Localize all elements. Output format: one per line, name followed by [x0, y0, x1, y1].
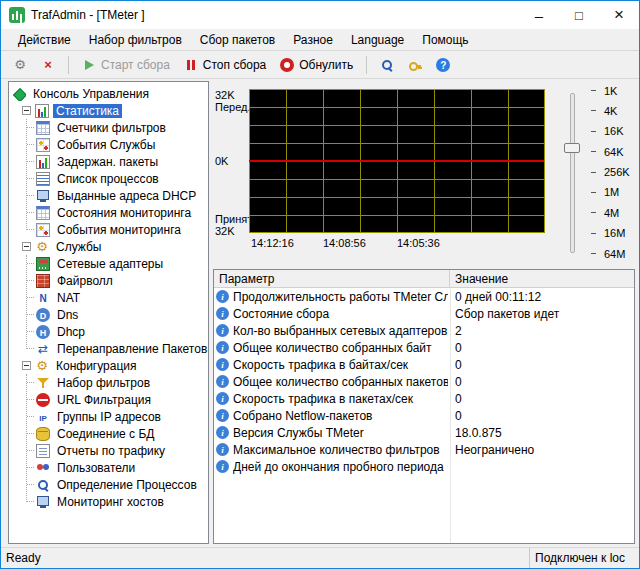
slider-thumb[interactable]: [564, 143, 580, 153]
tree-item-process-detection[interactable]: Определение Процессов: [9, 476, 208, 493]
tree-item-services[interactable]: Службы: [9, 238, 208, 255]
tree-item-dhcp[interactable]: Dhcp: [9, 323, 208, 340]
delete-button[interactable]: [35, 54, 61, 76]
collapse-icon[interactable]: [22, 361, 31, 370]
help-icon: [436, 58, 450, 72]
tree-item-packet-redirect[interactable]: Перенаправление Пакетов: [9, 340, 208, 357]
menu-capture[interactable]: Сбор пакетов: [191, 30, 284, 50]
value-cell: 0 дней 00:11:12: [448, 290, 634, 304]
tree-item-network-adapters[interactable]: Сетевые адаптеры: [9, 255, 208, 272]
tree-label: Мониторинг хостов: [54, 495, 167, 509]
configuration-children: Набор фильтров URL Фильтрация Группы IP …: [9, 374, 208, 510]
tree-item-users[interactable]: Пользователи: [9, 459, 208, 476]
table-row[interactable]: Дней до окончания пробного периода: [214, 458, 634, 475]
info-icon: [216, 358, 229, 371]
value-cell: 0: [448, 409, 634, 423]
table-row[interactable]: Максимальное количество фильтровНеограни…: [214, 441, 634, 458]
table-row[interactable]: Общее количество собранных байт0: [214, 339, 634, 356]
tree-label: Сетевые адаптеры: [54, 257, 166, 271]
statistics-icon: [35, 104, 49, 118]
info-icon: [216, 426, 229, 439]
tree-item-statistics[interactable]: Статистика: [9, 102, 208, 119]
tree-item-service-events[interactable]: События Службы: [9, 136, 208, 153]
table-row[interactable]: Собрано Netflow-пакетов0: [214, 407, 634, 424]
menu-filter-set[interactable]: Набор фильтров: [80, 30, 191, 50]
table-row[interactable]: Продолжительность работы TMeter Службы0 …: [214, 288, 634, 305]
column-header-param[interactable]: Параметр: [214, 270, 450, 288]
y-axis-top: 32K Перед.: [215, 89, 251, 113]
scale-label: 1M: [604, 186, 619, 198]
close-button[interactable]: [599, 1, 639, 29]
column-header-value[interactable]: Значение: [450, 270, 634, 288]
tree-item-process-list[interactable]: Список процессов: [9, 170, 208, 187]
table-row[interactable]: Версия Службы TMeter18.0.875: [214, 424, 634, 441]
menu-help[interactable]: Помощь: [413, 30, 477, 50]
find-button[interactable]: [374, 54, 400, 76]
tree-item-monitoring-events[interactable]: События мониторинга: [9, 221, 208, 238]
key-icon: [408, 58, 422, 72]
main-area: Консоль Управления Статистика Счетчики ф…: [1, 79, 639, 547]
scale-tick: 16K: [591, 125, 635, 138]
console-tree: Консоль Управления Статистика Счетчики ф…: [8, 81, 209, 544]
reset-counters-button[interactable]: Обнулить: [274, 54, 359, 76]
tree-item-db-connection[interactable]: Соединение с БД: [9, 425, 208, 442]
slider-track[interactable]: [570, 93, 575, 253]
tree-item-monitoring-state[interactable]: Состояния мониторинга: [9, 204, 208, 221]
tree-item-dhcp-leases[interactable]: Выданные адреса DHCP: [9, 187, 208, 204]
help-button[interactable]: [430, 54, 456, 76]
tree-item-url-filter[interactable]: URL Фильтрация: [9, 391, 208, 408]
value-cell: 0: [448, 341, 634, 355]
tree-item-ip-groups[interactable]: Группы IP адресов: [9, 408, 208, 425]
info-icon: [216, 443, 229, 456]
collapse-icon[interactable]: [22, 242, 31, 251]
param-cell: Скорость трафика в байтах/сек: [233, 358, 448, 372]
maximize-button[interactable]: [559, 1, 599, 29]
tree-item-host-monitoring[interactable]: Мониторинг хостов: [9, 493, 208, 510]
menu-action[interactable]: Действие: [9, 30, 80, 50]
magnifier-icon: [380, 58, 394, 72]
tree-item-delayed-packets[interactable]: Задержан. пакеты: [9, 153, 208, 170]
pause-icon: [184, 58, 198, 72]
tree-item-filter-set[interactable]: Набор фильтров: [9, 374, 208, 391]
tree-item-traffic-reports[interactable]: Отчеты по трафику: [9, 442, 208, 459]
table-row[interactable]: Состояние сбораСбор пакетов идет: [214, 305, 634, 322]
tree-item-console[interactable]: Консоль Управления: [9, 85, 208, 102]
tree-item-filter-counters[interactable]: Счетчики фильтров: [9, 119, 208, 136]
info-icon: [216, 324, 229, 337]
properties-button[interactable]: [7, 54, 33, 76]
tree-label: Конфигурация: [53, 359, 140, 373]
value-cell: 0: [448, 392, 634, 406]
menu-language[interactable]: Language: [342, 30, 413, 50]
minimize-button[interactable]: [519, 1, 559, 29]
services-gear-icon: [35, 240, 49, 254]
table-row[interactable]: Скорость трафика в байтах/сек0: [214, 356, 634, 373]
tree-item-configuration[interactable]: Конфигурация: [9, 357, 208, 374]
menu-misc[interactable]: Разное: [284, 30, 342, 50]
stop-capture-button[interactable]: Стоп сбора: [178, 54, 272, 76]
tree-item-firewall[interactable]: Файрволл: [9, 272, 208, 289]
chart-y-axis: 32K Перед. 0K Принят 32K: [213, 89, 248, 233]
scale-label: 16K: [604, 125, 624, 137]
tree-item-nat[interactable]: NAT: [9, 289, 208, 306]
tree-label: Статистика: [53, 104, 122, 118]
statusbar: Ready Подключен к loc: [1, 547, 639, 568]
table-row[interactable]: Кол-во выбранных сетевых адаптеров2: [214, 322, 634, 339]
caption-buttons: [519, 1, 639, 29]
scale-tick: 4K: [591, 104, 635, 117]
param-cell: Кол-во выбранных сетевых адаптеров: [233, 324, 448, 338]
collapse-icon[interactable]: [22, 106, 31, 115]
users-icon: [36, 461, 50, 475]
tree-item-dns[interactable]: Dns: [9, 306, 208, 323]
start-capture-button[interactable]: Старт сбора: [76, 54, 176, 76]
license-button[interactable]: [402, 54, 428, 76]
toolbar-separator: [366, 56, 367, 74]
param-cell: Версия Службы TMeter: [233, 426, 448, 440]
scale-tick: 16M: [591, 227, 635, 240]
table-row[interactable]: Общее количество собранных пакетов0: [214, 373, 634, 390]
param-cell: Дней до окончания пробного периода: [233, 460, 448, 474]
scale-slider: 1K 4K 16K 64K 256K 1M 4M 16M 64M: [561, 81, 635, 265]
param-cell: Состояние сбора: [233, 307, 448, 321]
tree-label: NAT: [54, 291, 83, 305]
y-top-label: Перед.: [215, 101, 251, 113]
table-row[interactable]: Скорость трафика в пакетах/сек0: [214, 390, 634, 407]
